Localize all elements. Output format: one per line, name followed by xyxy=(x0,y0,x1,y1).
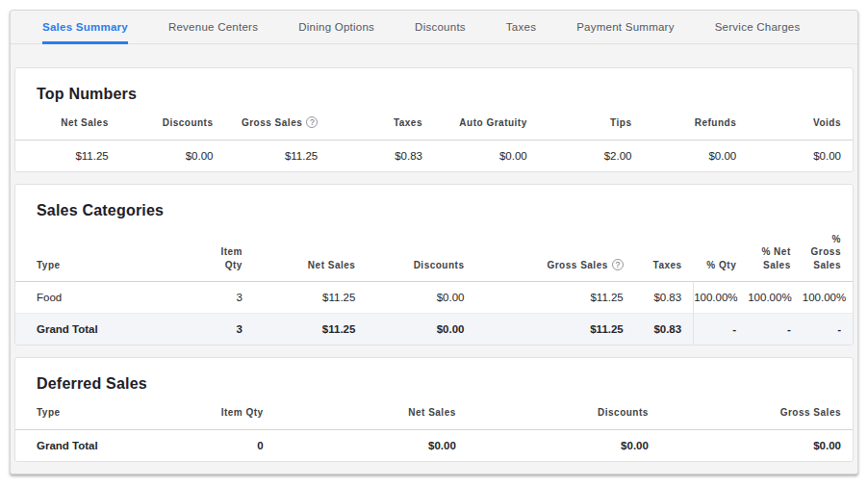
type-cell: Grand Total xyxy=(15,429,133,461)
top-numbers-table: Net Sales Discounts Gross Sales? Taxes A… xyxy=(15,105,853,171)
pct-qty-cell: - xyxy=(694,314,749,345)
col-header-auto-gratuity: Auto Gratuity xyxy=(434,105,539,140)
net-sales-cell: $11.25 xyxy=(254,314,367,345)
tab-taxes[interactable]: Taxes xyxy=(506,11,536,44)
voids-value: $0.00 xyxy=(748,140,853,171)
table-row-grand-total: Grand Total 3 $11.25 $0.00 $11.25 $0.83 … xyxy=(15,314,853,345)
col-header-taxes: Taxes xyxy=(635,221,694,282)
net-sales-cell: $11.25 xyxy=(254,282,367,314)
tab-payment-summary[interactable]: Payment Summary xyxy=(576,11,675,44)
col-header-gross-sales: Gross Sales xyxy=(660,395,853,429)
discounts-cell: $0.00 xyxy=(367,282,475,314)
col-header-voids: Voids xyxy=(748,105,853,140)
type-cell: Food xyxy=(15,282,204,314)
gross-sales-value: $11.25 xyxy=(225,140,330,171)
type-cell: Grand Total xyxy=(15,314,204,345)
col-header-type: Type xyxy=(15,395,133,429)
col-header-gross-sales: Gross Sales? xyxy=(475,221,634,282)
gross-sales-cell: $11.25 xyxy=(475,314,634,345)
gross-sales-cell: $0.00 xyxy=(660,429,853,461)
col-header-net-sales: Net Sales xyxy=(275,395,468,429)
col-header-discounts: Discounts xyxy=(468,395,660,429)
pct-net-sales-cell: - xyxy=(748,314,803,345)
tab-discounts[interactable]: Discounts xyxy=(415,11,466,44)
top-numbers-card: Top Numbers Net Sales Discounts Gross Sa… xyxy=(14,67,854,172)
auto-gratuity-value: $0.00 xyxy=(434,140,539,171)
deferred-sales-header-row: Type Item Qty Net Sales Discounts Gross … xyxy=(15,395,853,429)
sales-categories-card: Sales Categories Type Item Qty Net Sales… xyxy=(14,184,854,346)
tab-revenue-centers[interactable]: Revenue Centers xyxy=(168,11,258,44)
discounts-cell: $0.00 xyxy=(367,314,475,345)
col-header-pct-net-sales: % Net Sales xyxy=(748,221,803,282)
col-header-net-sales: Net Sales xyxy=(15,105,120,140)
col-header-type: Type xyxy=(15,221,204,282)
col-header-discounts: Discounts xyxy=(120,105,225,140)
top-numbers-title: Top Numbers xyxy=(37,86,853,103)
deferred-sales-card: Deferred Sales Type Item Qty Net Sales D… xyxy=(14,357,854,462)
report-tab-bar: Sales Summary Revenue Centers Dining Opt… xyxy=(11,11,857,44)
item-qty-cell: 3 xyxy=(204,282,254,314)
top-numbers-values-row: $11.25 $0.00 $11.25 $0.83 $0.00 $2.00 $0… xyxy=(15,140,853,171)
col-header-taxes: Taxes xyxy=(329,105,434,140)
discounts-cell: $0.00 xyxy=(468,429,660,461)
col-header-gross-sales: Gross Sales? xyxy=(225,105,330,140)
sales-report-panel: Sales Summary Revenue Centers Dining Opt… xyxy=(10,10,858,474)
col-header-pct-qty: % Qty xyxy=(694,221,749,282)
deferred-sales-table: Type Item Qty Net Sales Discounts Gross … xyxy=(15,395,853,461)
col-header-gross-sales-label: Gross Sales xyxy=(242,117,302,128)
taxes-cell: $0.83 xyxy=(635,314,694,345)
col-header-tips: Tips xyxy=(539,105,644,140)
col-header-item-qty: Item Qty xyxy=(204,221,254,282)
col-header-pct-gross-sales: % Gross Sales xyxy=(803,221,853,282)
col-header-item-qty: Item Qty xyxy=(133,395,275,429)
top-numbers-header-row: Net Sales Discounts Gross Sales? Taxes A… xyxy=(15,105,853,140)
taxes-cell: $0.83 xyxy=(635,282,694,314)
col-header-net-sales: Net Sales xyxy=(254,221,367,282)
net-sales-value: $11.25 xyxy=(15,140,120,171)
gross-sales-cell: $11.25 xyxy=(475,282,634,314)
help-icon[interactable]: ? xyxy=(306,116,318,128)
deferred-sales-title: Deferred Sales xyxy=(37,375,853,393)
tab-dining-options[interactable]: Dining Options xyxy=(298,11,374,44)
help-icon[interactable]: ? xyxy=(612,259,624,270)
pct-gross-sales-cell: 100.00% xyxy=(803,282,853,314)
table-row-grand-total: Grand Total 0 $0.00 $0.00 $0.00 xyxy=(15,429,853,461)
pct-net-sales-cell: 100.00% xyxy=(748,282,803,314)
taxes-value: $0.83 xyxy=(329,140,434,171)
item-qty-cell: 3 xyxy=(204,314,254,345)
pct-qty-cell: 100.00% xyxy=(694,282,749,314)
col-header-refunds: Refunds xyxy=(644,105,749,140)
col-header-gross-sales-label: Gross Sales xyxy=(547,260,607,270)
net-sales-cell: $0.00 xyxy=(275,429,468,461)
refunds-value: $0.00 xyxy=(644,140,749,171)
discounts-value: $0.00 xyxy=(120,140,225,171)
tips-value: $2.00 xyxy=(539,140,644,171)
tab-service-charges[interactable]: Service Charges xyxy=(715,11,801,44)
sales-categories-title: Sales Categories xyxy=(37,202,853,219)
table-row-food: Food 3 $11.25 $0.00 $11.25 $0.83 100.00%… xyxy=(15,282,853,314)
sales-categories-header-row: Type Item Qty Net Sales Discounts Gross … xyxy=(15,221,853,282)
tab-sales-summary[interactable]: Sales Summary xyxy=(42,11,128,44)
item-qty-cell: 0 xyxy=(133,429,275,461)
pct-gross-sales-cell: - xyxy=(803,314,853,345)
col-header-discounts: Discounts xyxy=(367,221,475,282)
sales-categories-table: Type Item Qty Net Sales Discounts Gross … xyxy=(15,221,853,345)
